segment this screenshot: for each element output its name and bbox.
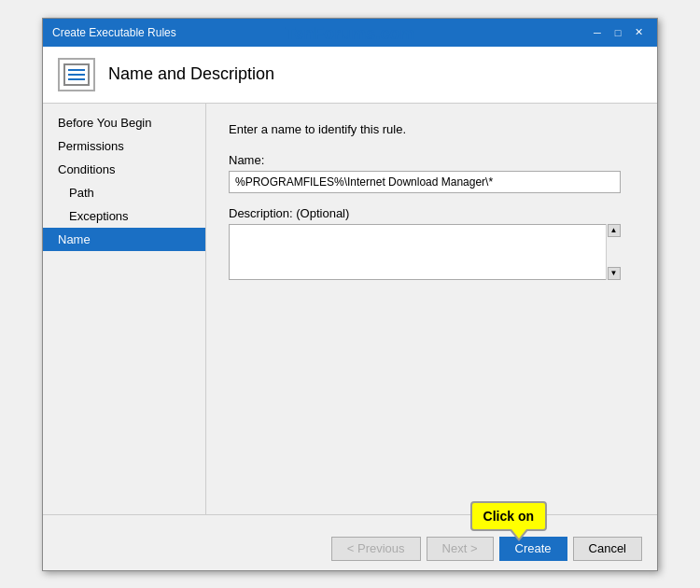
description-label: Description: (Optional) (229, 206, 635, 220)
description-field-group: Description: (Optional) ▲ ▼ (229, 206, 635, 280)
tooltip-bubble: Click on (470, 501, 547, 531)
scroll-down-arrow[interactable]: ▼ (608, 267, 621, 280)
sidebar-item-conditions[interactable]: Conditions (43, 158, 205, 181)
dialog-content: Before You Begin Permissions Conditions … (43, 104, 657, 514)
name-label: Name: (229, 153, 635, 167)
icon-decoration (68, 69, 85, 80)
sidebar-item-exceptions[interactable]: Exceptions (43, 204, 205, 228)
icon-line-1 (68, 69, 85, 71)
watermark: TenForums.com (286, 24, 415, 44)
next-button[interactable]: Next > (427, 537, 494, 561)
icon-line-3 (68, 78, 85, 80)
dialog-footer: Click on < Previous Next > Create Cancel (43, 514, 657, 570)
window-controls: ─ □ ✕ (588, 24, 648, 41)
sidebar-item-before-you-begin[interactable]: Before You Begin (43, 111, 205, 134)
minimize-button[interactable]: ─ (588, 24, 607, 41)
maximize-button[interactable]: □ (609, 24, 627, 41)
name-field-group: Name: (229, 153, 635, 193)
scroll-up-arrow[interactable]: ▲ (608, 224, 621, 237)
title-bar: Create Executable Rules TenForums.com ─ … (43, 19, 657, 47)
sidebar-item-permissions[interactable]: Permissions (43, 134, 205, 158)
scrollbar: ▲ ▼ (606, 224, 621, 280)
previous-button[interactable]: < Previous (331, 537, 421, 561)
window-title: Create Executable Rules (52, 26, 176, 39)
sidebar-item-name[interactable]: Name (43, 228, 205, 251)
cancel-button[interactable]: Cancel (573, 537, 642, 561)
name-input[interactable] (229, 171, 621, 193)
dialog-header: Name and Description (43, 47, 657, 104)
sidebar-item-path[interactable]: Path (43, 181, 205, 204)
close-button[interactable]: ✕ (629, 24, 648, 41)
tooltip-text: Click on (483, 509, 534, 524)
instruction-text: Enter a name to identify this rule. (229, 122, 635, 136)
header-title: Name and Description (108, 64, 274, 84)
icon-line-2 (68, 74, 85, 76)
sidebar: Before You Begin Permissions Conditions … (43, 104, 206, 514)
header-icon (58, 58, 95, 91)
main-window: Create Executable Rules TenForums.com ─ … (42, 18, 658, 571)
description-textarea-wrapper: ▲ ▼ (229, 224, 621, 280)
description-textarea[interactable] (229, 224, 621, 280)
main-panel: Enter a name to identify this rule. Name… (206, 104, 657, 514)
